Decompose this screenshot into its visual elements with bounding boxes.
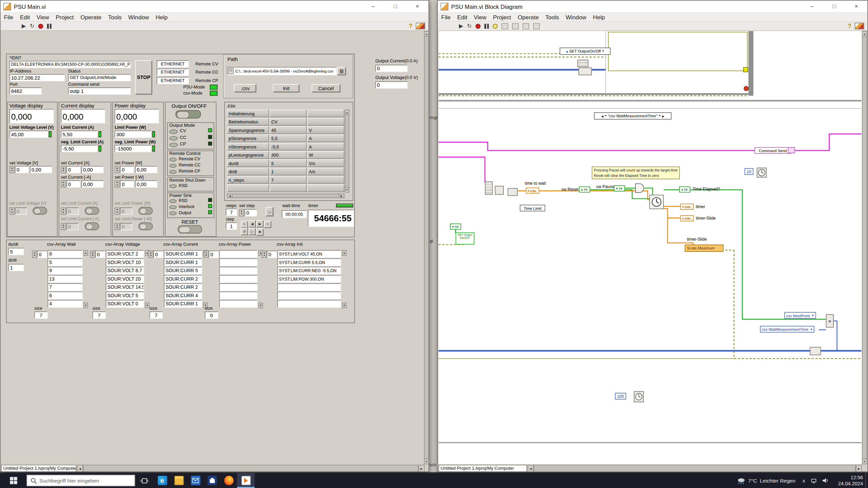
set-power-spinner[interactable] [115,166,120,173]
array-cell[interactable]: SOUR:VOLT 10 [106,258,144,266]
scroll-down-icon[interactable] [145,303,150,308]
set-current-neg-spinner[interactable] [61,180,66,187]
array-cell[interactable]: SOUR:CURR 1 [164,250,202,258]
csv-cell-name[interactable]: pLeistungsgrenze [227,151,269,159]
status-field[interactable]: GET Output/Limit/Mode [68,74,131,81]
diagram-vscrollbar[interactable] [862,31,867,464]
csv-cell-name[interactable]: du/dt [227,159,269,167]
set-limit-voltage-field[interactable]: 0 [15,207,27,215]
diagram-hscrollbar[interactable] [534,465,856,472]
array-cell[interactable]: SOUR:VOLT 2 [106,250,144,258]
cv-led[interactable] [170,129,178,134]
enum-csv-wait-time[interactable]: csv WaitMeasurementTime [760,326,814,333]
array-wait-index-spinner[interactable] [32,251,37,258]
array-cell[interactable] [219,258,258,266]
scroll-right-icon[interactable] [856,465,862,472]
menu-item[interactable]: Project [52,14,77,20]
array-cell[interactable]: SOUR:CURR 1 [164,258,202,266]
event-case-selector[interactable]: ◆ SET OutputOn/Off ▼ [560,47,611,55]
csv-cell-unit[interactable] [307,118,344,126]
set-step-spinner[interactable] [239,209,244,216]
path-field[interactable]: C:\...\test-excel-45V-5,5A-300W - noZero… [227,67,336,75]
ethernet-field[interactable]: ETHERNET [157,60,189,67]
scroll-left-icon[interactable] [227,194,232,198]
interlock-led[interactable] [170,205,177,209]
csv-cell-name[interactable]: Initialisierung [227,109,269,117]
menu-item[interactable]: Operate [77,14,105,20]
select-node[interactable]: » [826,314,834,327]
array-cell[interactable] [219,291,258,299]
wait-ms-node[interactable] [634,391,644,402]
array-cell[interactable] [277,300,341,308]
csv-cell-unit[interactable] [307,176,344,184]
array-current-index[interactable]: 0 [153,251,163,258]
scale-maximum-property-node[interactable]: Scale.Maximum [685,245,724,252]
set-limit-current-neg-field[interactable]: 0 [66,223,79,230]
cp-led[interactable] [170,143,178,147]
media-button[interactable]: ▷ [249,228,256,235]
remote-cp-led[interactable] [170,170,177,174]
array-cell[interactable]: SOUR:CURR 2 [164,275,202,283]
csv-cell-unit[interactable]: A [307,143,344,150]
project-tab[interactable]: Untitled Project 1.lvproj/My Computer [1,465,76,472]
array-init-index[interactable]: 0 [267,251,277,258]
constant-100[interactable]: 100 [615,393,626,400]
output-onoff-terminal[interactable]: TF [450,224,461,230]
array-cell[interactable] [219,300,258,308]
ethernet-field[interactable]: ETHERNET [157,68,189,76]
array-voltage-index[interactable]: 0 [95,251,105,258]
csv-cell-unit[interactable]: A [307,135,344,142]
scroll-up-icon[interactable] [342,250,347,256]
titlebar[interactable]: PSU Main.vi – □ × [1,1,429,13]
ethernet-field[interactable]: ETHERNET [157,77,189,84]
rsd-led[interactable] [170,184,177,188]
set-limit-power-field[interactable]: 0 [120,207,132,215]
didt-field[interactable]: 1 [8,264,24,271]
menu-item[interactable]: Tools [542,14,563,20]
abort-icon[interactable] [476,23,481,28]
remote-cv-led[interactable] [170,158,177,161]
port-field[interactable]: 8462 [9,87,42,95]
set-limit-current-spinner[interactable] [61,207,66,215]
csv-cell-name[interactable]: Betriebsmodus [227,118,269,126]
set-limit-current-toggle[interactable] [85,207,99,215]
sw-pause-terminal[interactable]: TF [614,185,625,191]
convert-node[interactable] [508,188,517,196]
csv-cell-name[interactable]: di/dt [227,168,269,176]
csv-cell-name[interactable]: n_steps [227,176,269,184]
show-desktop-button[interactable] [865,473,868,488]
minimize-icon[interactable]: – [801,1,823,12]
csv-cell-value[interactable]: 5 [270,159,307,167]
step-out-icon[interactable] [533,23,540,29]
set-limit-power-neg-spinner[interactable] [115,223,120,230]
taskbar-app-edge[interactable]: e [154,473,171,488]
browse-folder-icon[interactable]: ▤ [337,67,346,75]
array-cell[interactable] [277,283,341,291]
csv-table-vscrollbar[interactable] [345,109,349,192]
index-array-node[interactable] [495,186,504,195]
sw-reset-terminal[interactable]: TF [579,186,590,192]
menu-item[interactable]: View [471,14,490,20]
array-cell[interactable]: SYST:LIM:VOLT 45,ON [277,250,341,258]
array-cell[interactable]: 6 [47,291,82,299]
set-current-neg-field[interactable]: 0 [66,180,80,187]
project-tab[interactable]: Untitled Project 1.lvproj/My Computer [438,465,527,472]
property-access-node[interactable] [578,67,592,75]
maximize-icon[interactable]: □ [384,1,406,12]
set-limit-power-neg-field[interactable]: 0 [120,223,132,230]
csv-cell-unit[interactable]: V/s [307,159,344,167]
media-button[interactable]: ■ [256,228,263,235]
array-cell[interactable]: 5 [47,258,82,266]
array-cell[interactable]: SOUR:VOLT 0 [106,300,144,308]
array-cell[interactable]: SOUR:CURR 4 [164,291,202,299]
set-voltage-field[interactable]: 0 [15,166,29,173]
pause-icon[interactable] [47,23,52,28]
csv-cell-value[interactable] [270,184,307,192]
array-cell[interactable] [219,275,258,283]
weather-widget[interactable]: 7°C Leichter Regen [733,473,799,488]
set-limit-current-neg-toggle[interactable] [85,222,99,230]
array-cell[interactable]: 4 [47,300,82,308]
array-cell[interactable] [219,283,258,291]
run-icon[interactable]: ▶ [459,23,463,29]
scroll-down-icon[interactable] [258,303,263,308]
